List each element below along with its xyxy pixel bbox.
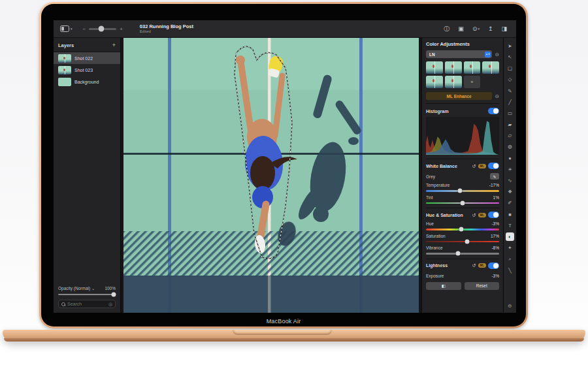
- zoom-tool[interactable]: ⌕: [506, 255, 514, 264]
- rect-selection-tool[interactable]: ▢: [506, 64, 514, 72]
- shape-tool[interactable]: ■: [506, 210, 514, 219]
- info-icon[interactable]: ⓘ: [444, 25, 449, 33]
- search-input[interactable]: [67, 302, 106, 306]
- histogram-chart: [426, 117, 499, 155]
- preset-thumbnail[interactable]: [426, 61, 443, 74]
- slider-value: -17%: [489, 183, 499, 187]
- search-icon: [61, 302, 65, 306]
- preset-dropdown[interactable]: LN ▲▼: [426, 50, 492, 58]
- quick-select-tool[interactable]: ✎: [506, 87, 514, 95]
- text-tool[interactable]: T: [506, 221, 514, 230]
- layer-row[interactable]: Background: [54, 76, 120, 87]
- opacity-slider[interactable]: [58, 294, 116, 296]
- zoom-slider-thumb[interactable]: [99, 26, 105, 32]
- slider-track[interactable]: [426, 253, 499, 255]
- slider-label: Tint: [426, 195, 433, 200]
- section-label: Histogram: [426, 109, 488, 114]
- reset-arrow-icon[interactable]: ↺: [472, 262, 476, 268]
- effects-tool[interactable]: ✦: [506, 244, 514, 252]
- slider-track[interactable]: [426, 202, 499, 204]
- section-toggle[interactable]: [488, 163, 499, 169]
- slider-track[interactable]: [426, 190, 499, 192]
- slider-head: Saturation17%: [426, 234, 499, 238]
- paint-tool[interactable]: ╱: [506, 98, 514, 106]
- blur-tool[interactable]: ●: [506, 154, 514, 163]
- fence-shadow-band: [123, 231, 419, 277]
- layer-label: Background: [74, 80, 99, 84]
- search-filter-icon[interactable]: ◎: [108, 302, 112, 307]
- canvas-area[interactable]: [121, 38, 421, 313]
- eraser-tool[interactable]: ▰: [506, 120, 514, 129]
- fill-tool[interactable]: ▱: [506, 132, 514, 140]
- compare-button[interactable]: ◧: [426, 282, 461, 290]
- section-header-white-balance: White Balance↺ML: [426, 159, 499, 169]
- document-title: 032 Running Blog Post: [140, 24, 193, 29]
- preset-thumbnail[interactable]: [464, 61, 481, 74]
- clone-tool[interactable]: ◍: [506, 143, 514, 151]
- more-options-icon[interactable]: ⊙▾: [472, 25, 480, 32]
- slider-track[interactable]: [426, 229, 499, 230]
- preset-thumbnail[interactable]: [445, 76, 462, 88]
- opacity-value: 100%: [105, 286, 116, 291]
- reset-arrow-icon[interactable]: ↺: [472, 212, 476, 218]
- slider-thumb[interactable]: [459, 227, 463, 232]
- layers-panel: Layers + Shot 022Shot 023Background Opac…: [54, 38, 121, 313]
- preset-thumbnail[interactable]: [426, 76, 443, 88]
- arrange-tool[interactable]: ➤: [506, 42, 514, 50]
- layer-label: Shot 023: [74, 68, 93, 72]
- preset-grid: +: [426, 61, 499, 88]
- pen-tool[interactable]: ✐: [506, 199, 514, 208]
- remove-tool[interactable]: ⊖: [506, 302, 514, 310]
- zoom-slider[interactable]: [89, 28, 116, 30]
- zoom-in-button[interactable]: +: [120, 26, 123, 32]
- remove-enhance-button[interactable]: ⊖: [495, 93, 499, 99]
- eyedropper-tool[interactable]: ╲: [506, 266, 514, 275]
- add-layer-button[interactable]: +: [112, 42, 116, 48]
- grey-point-row: Grey✎: [426, 173, 499, 180]
- zoom-out-button[interactable]: −: [83, 26, 86, 32]
- adjustments-title: Color Adjustments: [426, 41, 499, 47]
- reset-button[interactable]: Reset: [465, 282, 500, 290]
- remove-preset-button[interactable]: ⊖: [495, 52, 499, 57]
- slider-vibrance: Vibrance-8%: [426, 246, 499, 255]
- slider-label: Temperature: [426, 183, 450, 187]
- select-arrow-tool[interactable]: ↖: [506, 53, 514, 61]
- slider-thumb[interactable]: [461, 200, 465, 205]
- smudge-tool[interactable]: ∿: [506, 176, 514, 185]
- lasso-tool[interactable]: ◇: [506, 76, 514, 84]
- layer-thumbnail: [58, 66, 71, 74]
- layer-thumbnail: [58, 54, 71, 63]
- layer-row[interactable]: Shot 023: [54, 64, 120, 76]
- reset-arrow-icon[interactable]: ↺: [472, 163, 476, 169]
- layers-panel-footer: Opacity (Normal) ⌄ 100% ◎: [58, 286, 116, 309]
- sidebar-toggle-icon[interactable]: ◨: [501, 25, 507, 32]
- slider-thumb[interactable]: [456, 251, 461, 256]
- preset-thumbnail[interactable]: [445, 61, 462, 74]
- slider-head: Hue-3%: [426, 221, 499, 226]
- slider-thumb[interactable]: [465, 239, 469, 244]
- section-toggle[interactable]: [488, 262, 499, 269]
- opacity-slider-thumb[interactable]: [112, 292, 116, 296]
- section-toggle[interactable]: [488, 212, 499, 218]
- warp-tool[interactable]: ❖: [506, 187, 514, 196]
- opacity-mode-selector[interactable]: Opacity (Normal) ⌄: [58, 286, 95, 291]
- layer-row[interactable]: Shot 022: [54, 52, 120, 64]
- ml-enhance-button[interactable]: ML Enhance: [426, 92, 492, 100]
- slider-hue: Hue-3%: [426, 221, 499, 230]
- section-toggle[interactable]: [488, 108, 499, 114]
- slider-head: Temperature-17%: [426, 183, 499, 187]
- slider-track[interactable]: [426, 241, 499, 243]
- preset-thumbnail[interactable]: [482, 61, 499, 74]
- pixel-tool[interactable]: ▭: [506, 109, 514, 118]
- view-options-button[interactable]: ▾: [60, 25, 73, 32]
- macbook-air-label: MacBook Air: [41, 318, 526, 325]
- share-icon[interactable]: ↥: [488, 25, 493, 32]
- slider-label: Vibrance: [426, 246, 443, 250]
- eyedropper-button[interactable]: ✎: [490, 173, 499, 180]
- section-label: Lightness: [426, 263, 472, 268]
- add-preset-button[interactable]: +: [464, 76, 481, 88]
- sharpen-tool[interactable]: ☀: [506, 165, 514, 174]
- slider-thumb[interactable]: [457, 189, 462, 193]
- canvas-size-icon[interactable]: ▣: [458, 25, 464, 32]
- color-adjustments-tool[interactable]: ◐: [506, 232, 514, 241]
